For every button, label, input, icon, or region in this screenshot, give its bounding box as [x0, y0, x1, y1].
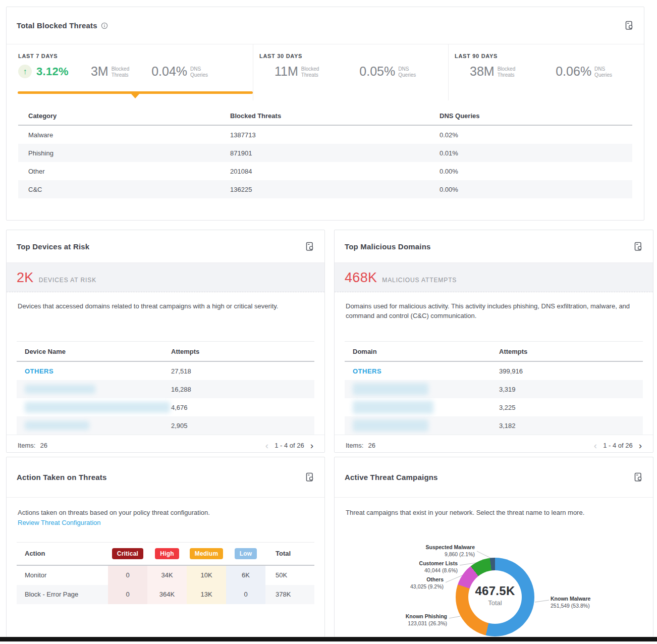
redacted-domain — [353, 383, 428, 395]
action-taken-on-threats-card: Action Taken on Threats Actions taken on… — [6, 457, 325, 637]
next-page-chevron[interactable]: › — [310, 441, 313, 450]
active-tab-indicator — [18, 91, 253, 94]
stat-label: MALICIOUS ATTEMPTS — [382, 277, 457, 284]
table-row: 3,319 — [345, 380, 643, 398]
total-blocked-threats-card: Total Blocked Threats LAST 7 DAYS ↑ 3.12… — [6, 7, 644, 221]
donut-label-suspected-malware[interactable]: Suspected Malware 9,860 (2.1%) — [426, 544, 475, 558]
active-threat-campaigns-card: Active Threat Campaigns Threat campaigns… — [334, 457, 653, 637]
table-row: Block - Error Page 0 364K 13K 0 378K — [17, 585, 314, 604]
top-devices-at-risk-card: Top Devices at Risk 2K DEVICES AT RISK D… — [6, 230, 325, 453]
severity-badge-critical: Critical — [112, 548, 143, 559]
table-row: Monitor 0 34K 10K 6K 50K — [17, 566, 314, 585]
table-header-row: Action Critical High Medium Low Total — [17, 543, 314, 566]
table-row: OTHERS 399,916 — [345, 362, 643, 380]
table-footer: Items:26 ‹ 1 - 4 of 26 › — [335, 435, 653, 453]
report-icon[interactable] — [634, 242, 643, 251]
redacted-device-name — [25, 421, 89, 430]
info-icon[interactable] — [101, 22, 108, 29]
card-header: Top Devices at Risk — [7, 230, 324, 263]
table-row: Malware13877130.02% — [18, 126, 632, 144]
tab-label: LAST 90 DAYS — [449, 53, 644, 59]
dns-queries-stat: 0.06% DNSQueries — [556, 64, 612, 79]
report-icon[interactable] — [306, 242, 314, 251]
tab-label: LAST 7 DAYS — [7, 53, 253, 59]
card-title: Top Malicious Domains — [345, 242, 431, 251]
screen-bottom-bar — [0, 637, 657, 641]
report-icon[interactable] — [625, 21, 634, 30]
redacted-device-name — [25, 385, 95, 394]
top-malicious-domains-card: Top Malicious Domains 468K MALICIOUS ATT… — [334, 230, 653, 453]
actions-table: Action Critical High Medium Low Total Mo… — [17, 542, 314, 604]
next-page-chevron[interactable]: › — [639, 441, 642, 450]
donut-label-customer-lists[interactable]: Customer Lists 40,044 (8.6%) — [419, 560, 458, 574]
devices-at-risk-stat: 2K DEVICES AT RISK — [7, 263, 324, 292]
table-row: 2,905 — [17, 416, 314, 435]
blocked-threats-stat: 38M BlockedThreats — [470, 64, 515, 79]
others-link[interactable]: OTHERS — [353, 367, 381, 375]
table-row: 3,225 — [345, 398, 643, 416]
review-threat-configuration-link[interactable]: Review Threat Configuration — [18, 519, 101, 526]
card-title: Action Taken on Threats — [17, 473, 107, 481]
redacted-domain — [353, 419, 428, 432]
dns-queries-stat: 0.05% DNSQueries — [359, 64, 416, 79]
threat-campaigns-donut-chart: 467.5K Total Suspected Malware 9,860 (2.… — [335, 457, 653, 637]
stat-value: 468K — [345, 263, 377, 292]
card-description: Domains used for malicious activity. Thi… — [335, 292, 653, 341]
table-header-row: Domain Attempts — [345, 342, 643, 362]
table-row: 16,288 — [17, 380, 314, 398]
table-row: OTHERS 27,518 — [17, 362, 314, 380]
blocked-threats-stat: 3M BlockedThreats — [91, 64, 129, 79]
card-header: Action Taken on Threats — [7, 457, 324, 498]
table-row: 4,676 — [17, 398, 314, 416]
trend-value: 3.12% — [36, 65, 69, 78]
card-header: Total Blocked Threats — [7, 7, 644, 44]
trend-up-icon: ↑ — [18, 65, 32, 78]
prev-page-chevron[interactable]: ‹ — [265, 441, 268, 450]
prev-page-chevron[interactable]: ‹ — [594, 441, 597, 450]
table-row: C&C1362250.00% — [18, 180, 632, 198]
severity-badge-medium: Medium — [190, 548, 224, 559]
stat-label: DEVICES AT RISK — [39, 277, 96, 284]
severity-badge-low: Low — [235, 548, 257, 559]
others-link[interactable]: OTHERS — [25, 367, 53, 375]
malicious-attempts-stat: 468K MALICIOUS ATTEMPTS — [335, 263, 653, 292]
items-count: Items:26 — [18, 442, 47, 449]
blocked-threats-category-table: Category Blocked Threats DNS Queries Mal… — [18, 106, 632, 198]
redacted-domain — [353, 401, 433, 414]
donut-label-others[interactable]: Others 43,025 (9.2%) — [410, 576, 444, 590]
table-header-row: Device Name Attempts — [17, 342, 314, 362]
redacted-device-name — [25, 402, 170, 413]
table-row: 3,182 — [345, 416, 643, 435]
donut-label-known-phishing[interactable]: Known Phishing 123,031 (26.3%) — [406, 613, 447, 627]
domains-table: Domain Attempts OTHERS 399,916 3,319 3,2… — [345, 341, 643, 435]
devices-table: Device Name Attempts OTHERS 27,518 16,28… — [17, 341, 314, 435]
pagination: ‹ 1 - 4 of 26 › — [594, 441, 642, 450]
tab-last-7-days[interactable]: LAST 7 DAYS ↑ 3.12% 3M BlockedThreats 0.… — [7, 44, 253, 100]
stat-value: 2K — [17, 263, 34, 292]
page-range: 1 - 4 of 26 — [603, 442, 633, 449]
page-range: 1 - 4 of 26 — [275, 442, 304, 449]
trend-indicator: ↑ 3.12% — [18, 65, 69, 78]
report-icon[interactable] — [306, 472, 314, 482]
table-header-row: Category Blocked Threats DNS Queries — [18, 106, 632, 126]
items-count: Items:26 — [346, 442, 375, 449]
pagination: ‹ 1 - 4 of 26 › — [265, 441, 313, 450]
tab-label: LAST 30 DAYS — [253, 53, 448, 59]
tab-last-90-days[interactable]: LAST 90 DAYS 38M BlockedThreats 0.06% DN… — [448, 44, 644, 100]
card-description: Devices that accessed domains related to… — [7, 292, 324, 341]
table-row: Phishing8719010.01% — [18, 144, 632, 162]
dns-queries-stat: 0.04% DNSQueries — [151, 64, 208, 79]
table-row: Other2010840.00% — [18, 162, 632, 180]
card-title: Total Blocked Threats — [17, 21, 97, 30]
tab-last-30-days[interactable]: LAST 30 DAYS 11M BlockedThreats 0.05% DN… — [253, 44, 448, 100]
time-range-tabs: LAST 7 DAYS ↑ 3.12% 3M BlockedThreats 0.… — [7, 44, 644, 100]
donut-center-total: 467.5K Total — [456, 584, 534, 607]
blocked-threats-stat: 11M BlockedThreats — [275, 64, 319, 79]
active-tab-caret — [131, 94, 139, 102]
donut-label-known-malware[interactable]: Known Malware 251,549 (53.8%) — [551, 596, 590, 609]
card-header: Top Malicious Domains — [335, 230, 653, 263]
table-footer: Items:26 ‹ 1 - 4 of 26 › — [7, 435, 324, 453]
card-description: Actions taken on threats based on your p… — [7, 498, 324, 518]
card-title: Top Devices at Risk — [17, 242, 89, 251]
severity-badge-high: High — [155, 548, 179, 559]
